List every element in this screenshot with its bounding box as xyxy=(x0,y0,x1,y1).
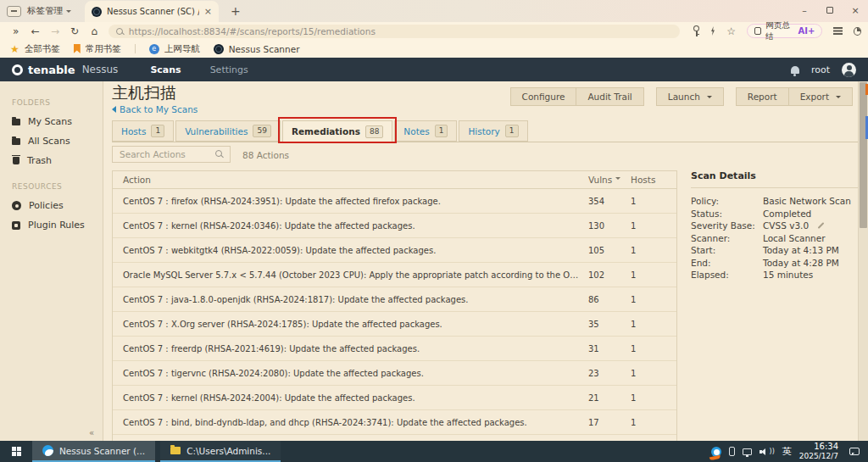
ai-plus-badge: AI+ xyxy=(798,26,815,36)
avatar[interactable] xyxy=(842,63,856,77)
taskbar: Nessus Scanner (...C:\Users\Adminis... )… xyxy=(0,441,868,462)
action-cell: CentOS 7 : kernel (RHSA-2024:0346): Upda… xyxy=(123,221,588,231)
table-row[interactable]: CentOS 7 : freerdp (RHSA-2021:4619): Upd… xyxy=(113,337,676,361)
search-actions-input[interactable] xyxy=(112,146,231,163)
tab-label: Vulnerabilities xyxy=(185,126,248,136)
configure-button[interactable]: Configure xyxy=(510,87,577,106)
back-link-label: Back to My Scans xyxy=(120,104,198,114)
notification-center-icon[interactable] xyxy=(849,448,860,455)
tab-hosts[interactable]: Hosts1 xyxy=(112,120,174,142)
export-button[interactable]: Export xyxy=(789,87,853,106)
page-scrollbar[interactable] xyxy=(858,81,868,441)
vulns-cell: 354 xyxy=(588,197,631,206)
table-row[interactable]: CentOS 7 : webkitgtk4 (RHSA-2022:0059): … xyxy=(113,238,676,263)
column-hosts[interactable]: Hosts xyxy=(631,175,666,185)
detail-value: Basic Network Scan xyxy=(763,195,851,208)
back-to-my-scans-link[interactable]: Back to My Scans xyxy=(112,104,198,114)
sidebar-item-policies[interactable]: Policies xyxy=(0,196,103,215)
bookmark-item-nessus-scanner[interactable]: Nessus Scanner xyxy=(214,44,300,54)
sidebar-item-plugin-rules[interactable]: Plugin Rules xyxy=(0,215,103,235)
password-key-icon[interactable] xyxy=(693,25,699,31)
home-icon[interactable]: ⌂ xyxy=(86,23,103,40)
start-button[interactable] xyxy=(0,441,32,462)
forward-icon[interactable]: → xyxy=(46,23,64,40)
table-row[interactable]: CentOS 7 : kernel (RHSA-2024:0346): Upda… xyxy=(113,214,676,238)
sidebar-item-all-scans[interactable]: All Scans xyxy=(0,131,103,151)
reload-icon[interactable]: ↻ xyxy=(66,23,84,40)
audit-trail-button[interactable]: Audit Trail xyxy=(576,87,643,106)
profile-icon[interactable] xyxy=(854,27,861,36)
overflow-chevrons-icon[interactable]: » xyxy=(7,23,25,40)
taskbar-clock[interactable]: 16:34 2025/12/7 xyxy=(799,442,838,462)
table-row[interactable]: CentOS 7 : bind, bind-dyndb-ldap, and dh… xyxy=(113,410,676,435)
table-row[interactable]: CentOS 7 : X.Org server (RHSA-2024:1785)… xyxy=(113,312,676,337)
close-button[interactable]: × xyxy=(843,0,868,22)
action-cell: Oracle MySQL Server 5.7.x < 5.7.44 (Octo… xyxy=(123,270,588,280)
nav-settings[interactable]: Settings xyxy=(210,64,248,75)
hosts-cell: 1 xyxy=(631,295,666,304)
vulns-cell: 105 xyxy=(588,246,631,255)
bookmark-item-[interactable]: 上网导航 xyxy=(149,43,200,55)
phone-icon[interactable] xyxy=(729,447,735,456)
tenable-logo[interactable]: tenable Nessus xyxy=(12,64,118,76)
bookmark-item-[interactable]: 常用书签 xyxy=(74,43,121,55)
nav-scans[interactable]: Scans xyxy=(150,64,181,75)
table-row[interactable]: CentOS 7 : java-1.8.0-openjdk (RHSA-2024… xyxy=(113,287,676,312)
hosts-cell: 1 xyxy=(631,197,666,206)
table-row[interactable]: CentOS 7 : firefox (RHSA-2024:3951): Upd… xyxy=(113,189,676,214)
browser-icon xyxy=(42,445,53,456)
launch-button[interactable]: Launch xyxy=(656,87,724,106)
tab-list-icon[interactable] xyxy=(7,6,21,17)
bookmarks-divider xyxy=(135,44,136,53)
detail-label: Scanner: xyxy=(691,232,763,245)
maximize-button[interactable] xyxy=(817,0,843,22)
user-name[interactable]: root xyxy=(811,64,830,75)
screen: 标签管理 Nessus Scanner (SC) / Folde × + – ×… xyxy=(0,0,868,462)
sidebar-collapse-icon[interactable]: « xyxy=(89,428,94,437)
tab-manager-button[interactable]: 标签管理 xyxy=(27,5,71,17)
tab-vulnerabilities[interactable]: Vulnerabilities59 xyxy=(175,120,281,142)
notifications-bell-icon[interactable] xyxy=(791,66,799,74)
sidebar-item-trash[interactable]: Trash xyxy=(0,151,103,170)
report-button[interactable]: Report xyxy=(736,87,789,106)
reading-list-icon[interactable] xyxy=(833,27,842,29)
sidebar-item-label: Policies xyxy=(29,200,64,211)
taskbar-item-c-users-adminis[interactable]: C:\Users\Adminis... xyxy=(160,441,281,462)
tab-history[interactable]: History1 xyxy=(459,120,527,142)
lightning-icon[interactable] xyxy=(710,26,716,36)
browser-tray-icon[interactable] xyxy=(711,447,721,457)
column-action[interactable]: Action xyxy=(123,175,588,185)
browser-tab[interactable]: Nessus Scanner (SC) / Folde × xyxy=(85,1,219,22)
network-display-icon[interactable] xyxy=(743,448,752,455)
table-row[interactable]: CentOS 7 : tigervnc (RHSA-2024:2080): Up… xyxy=(113,361,676,386)
tab-close-icon[interactable]: × xyxy=(204,6,212,17)
bookmark-item-[interactable]: 全部书签 xyxy=(10,43,60,55)
ai-summary-button[interactable]: 网页总结 AI+ xyxy=(747,24,822,38)
vulns-cell: 86 xyxy=(588,295,631,304)
tab-label: History xyxy=(468,126,499,136)
table-row[interactable]: Oracle MySQL Server 5.7.x < 5.7.44 (Octo… xyxy=(113,263,676,287)
action-button-group: ConfigureAudit Trail xyxy=(510,87,644,106)
speaker-icon[interactable] xyxy=(760,448,767,456)
detail-value: 15 minutes xyxy=(763,269,813,281)
tab-remediations[interactable]: Remediations88 xyxy=(282,120,392,142)
new-tab-button[interactable]: + xyxy=(231,4,241,18)
tenable-circle-icon xyxy=(12,64,23,75)
ime-language-indicator[interactable]: 英 xyxy=(782,445,792,458)
taskbar-item-nessus-scanner[interactable]: Nessus Scanner (... xyxy=(32,441,155,462)
chevron-down-icon xyxy=(707,96,712,101)
taskbar-item-label: C:\Users\Adminis... xyxy=(186,446,270,456)
table-row[interactable]: CentOS 7 : kernel (RHSA-2024:2004): Upda… xyxy=(113,386,676,410)
sidebar-item-my-scans[interactable]: My Scans xyxy=(0,112,103,131)
back-icon[interactable]: ← xyxy=(26,23,44,40)
minimize-button[interactable]: – xyxy=(792,0,817,22)
edit-pencil-icon[interactable] xyxy=(818,222,825,229)
tab-notes[interactable]: Notes1 xyxy=(394,120,457,142)
column-vulns[interactable]: Vulns xyxy=(588,175,631,185)
sidebar-section-title: FOLDERS xyxy=(0,98,103,107)
bookmark-star-icon[interactable]: ☆ xyxy=(726,26,736,36)
vulns-cell: 21 xyxy=(588,393,631,403)
url-bar[interactable]: https://localhost:8834/#/scans/reports/1… xyxy=(108,25,680,38)
hosts-cell: 1 xyxy=(631,344,666,353)
scrollbar-thumb[interactable] xyxy=(860,82,867,228)
